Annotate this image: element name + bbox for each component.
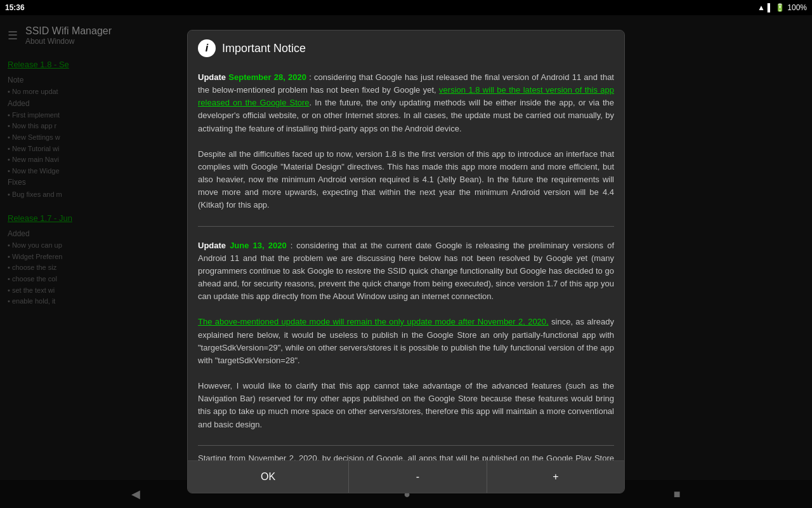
dialog-header: i Important Notice <box>188 30 624 65</box>
update1-label: Update <box>198 72 226 82</box>
update2-link-para: The above-mentioned update mode will rem… <box>198 316 614 367</box>
update2-label: Update <box>198 241 226 250</box>
battery-icon: 🔋 <box>775 3 785 12</box>
signal-icon: ▌ <box>768 3 773 12</box>
ok-button[interactable]: OK <box>188 461 349 493</box>
minus-button[interactable]: - <box>349 461 487 493</box>
update-block-2: Update June 13, 2020 : considering that … <box>198 233 614 441</box>
update2-date: June 13, 2020 <box>230 241 291 250</box>
update2-text: Update June 13, 2020 : considering that … <box>198 239 614 304</box>
update1-body3: Despite all the difficulties faced up to… <box>198 148 614 212</box>
dialog-body[interactable]: Update September 28, 2020 : considering … <box>188 65 624 460</box>
separator-1 <box>198 226 614 227</box>
update1-text: Update September 28, 2020 : considering … <box>198 71 614 135</box>
battery-percent: 100% <box>787 3 807 12</box>
separator-2 <box>198 445 614 446</box>
update2-body3: However, I would like to clarify that th… <box>198 380 614 431</box>
important-notice-dialog: i Important Notice Update September 28, … <box>187 30 625 493</box>
status-bar: 15:36 ▲ ▌ 🔋 100% <box>0 0 812 15</box>
dialog-overlay: i Important Notice Update September 28, … <box>0 15 812 508</box>
plus-button[interactable]: + <box>487 461 624 493</box>
update2-link: The above-mentioned update mode will rem… <box>198 317 549 326</box>
update-block-1: Update September 28, 2020 : considering … <box>198 65 614 222</box>
bottom-text: Starting from November 2, 2020, by decis… <box>198 452 614 460</box>
info-circle: i <box>198 39 216 57</box>
info-icon: i <box>206 43 208 54</box>
update1-date: September 28, 2020 <box>228 72 309 82</box>
wifi-icon: ▲ <box>757 3 765 12</box>
status-icons: ▲ ▌ 🔋 100% <box>757 3 807 12</box>
time-display: 15:36 <box>5 3 25 12</box>
dialog-title: Important Notice <box>222 42 306 55</box>
dialog-footer: OK - + <box>188 460 624 493</box>
